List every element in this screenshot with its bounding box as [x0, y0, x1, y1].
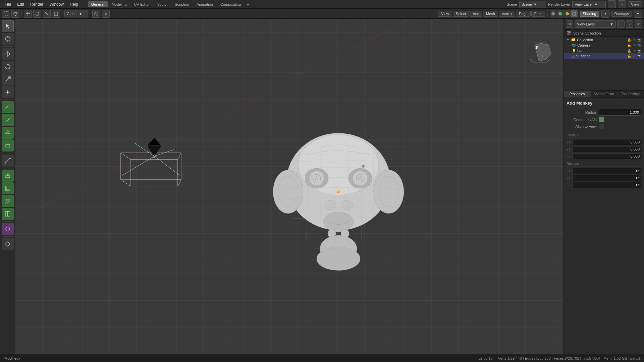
scale-tool[interactable]	[2, 73, 14, 85]
rendered-shade-btn[interactable]	[564, 10, 571, 17]
lamp-render-icon[interactable]: 📷	[637, 49, 641, 53]
face-menu-btn[interactable]: Face	[531, 11, 545, 17]
move-btn[interactable]	[24, 10, 32, 18]
rotate-tool[interactable]	[2, 61, 14, 73]
select-tool[interactable]	[2, 20, 14, 32]
view-btn[interactable]: View	[628, 1, 642, 7]
rotation-x-field[interactable]: 0°	[573, 168, 641, 174]
render-layer-add[interactable]: +	[608, 0, 616, 8]
camera-restrict-icon[interactable]: 🔒	[627, 44, 631, 47]
material-shade-btn[interactable]	[557, 10, 564, 17]
vl-add-btn[interactable]: +	[617, 20, 625, 28]
menu-edit[interactable]: Edit	[14, 1, 27, 8]
extrude-tool[interactable]	[2, 170, 14, 182]
location-y-field[interactable]: 0.000	[573, 146, 641, 152]
vertex-menu-btn[interactable]: Vertex	[499, 11, 515, 17]
render-layer-remove[interactable]: -	[618, 0, 626, 8]
snap-toggle[interactable]	[92, 10, 100, 18]
add-menu-btn[interactable]: Add	[470, 11, 482, 17]
measure-tool[interactable]	[2, 155, 14, 167]
menu-file[interactable]: File	[2, 1, 14, 8]
view-layer-dropdown[interactable]: View Layer ▼	[575, 20, 616, 28]
location-z-field[interactable]: 0.000	[573, 153, 641, 159]
edge-menu-btn[interactable]: Edge	[516, 11, 531, 17]
outliner-item-collection1[interactable]: ▼ 📁 Collection 1 🔒 👁 📷	[564, 37, 644, 43]
cursor-tool[interactable]	[2, 33, 14, 45]
annotate-line-tool[interactable]	[2, 114, 14, 126]
menu-window[interactable]: Window	[47, 1, 66, 8]
view-menu-btn[interactable]: View	[438, 11, 452, 17]
vl-view-btn[interactable]: 👁	[635, 20, 642, 28]
outliner-item-camera[interactable]: 📷 Camera 🔒 👁 📷	[564, 43, 644, 48]
scene-collection-icon: 🎬	[567, 31, 571, 35]
radius-field[interactable]: 1.000	[599, 109, 641, 116]
rotation-z-field[interactable]: 0°	[573, 182, 641, 188]
properties-tabs: Properties Shader Editor Tool Settings	[564, 90, 644, 98]
menu-render[interactable]: Render	[28, 1, 46, 8]
scene-selector[interactable]: Scene ▼	[519, 1, 546, 8]
location-x-row: • X 0.000	[567, 139, 641, 145]
proportional-edit[interactable]: ⊙	[102, 10, 110, 18]
svg-point-17	[551, 12, 555, 15]
mesh-menu-btn[interactable]: Mesh	[483, 11, 498, 17]
lamp-restrict-icon[interactable]: 🔒	[627, 49, 631, 53]
workspace-compositing[interactable]: Compositing	[217, 1, 244, 7]
scale-btn[interactable]	[43, 10, 51, 18]
rotate-btn[interactable]	[33, 10, 41, 18]
suzanne-restrict-icon[interactable]: 🔒	[627, 54, 631, 58]
camera-eye-icon[interactable]: 👁	[633, 44, 636, 47]
bevel-tool[interactable]	[2, 195, 14, 207]
outliner-item-suzanne[interactable]: △ Suzanne 🔒 👁 📷	[564, 53, 644, 59]
viewport[interactable]: R F	[15, 19, 564, 354]
menu-help[interactable]: Help	[67, 1, 81, 8]
overlays-options-btn[interactable]: ▼	[634, 10, 642, 18]
transform-btn[interactable]	[52, 10, 60, 18]
shading-tool[interactable]	[2, 238, 14, 250]
generate-uvs-checkbox[interactable]	[599, 117, 604, 122]
workspace-modeling[interactable]: Modeling	[108, 1, 130, 7]
add-workspace-button[interactable]: +	[245, 1, 251, 7]
select-menu-btn[interactable]: Select	[453, 11, 469, 17]
cursor-btn[interactable]	[11, 10, 19, 18]
shading-dropdown-btn[interactable]: Shading	[580, 11, 599, 17]
annotate-polygon-tool[interactable]	[2, 127, 14, 139]
annotate-eraser-tool[interactable]	[2, 139, 14, 152]
overlays-btn[interactable]: Overlays	[611, 11, 632, 17]
collection-restrict-icon[interactable]: 🔒	[627, 38, 631, 42]
outliner-item-lamp[interactable]: 💡 Lamp 🔒 👁 📷	[564, 48, 644, 53]
workspace-sculpt[interactable]: Sculpt	[154, 1, 171, 7]
tab-properties[interactable]: Properties	[564, 90, 591, 98]
collection-render-icon[interactable]: 📷	[637, 38, 641, 42]
vl-filter-btn[interactable]: ⚙	[566, 20, 573, 28]
select-box-btn[interactable]	[2, 10, 10, 18]
render-layer-selector[interactable]: View Layer ▼	[572, 1, 606, 8]
tab-tool-settings[interactable]: Tool Settings	[618, 90, 644, 98]
workspace-scripting[interactable]: Scripting	[171, 1, 193, 7]
annotate-tool[interactable]	[2, 101, 14, 113]
suzanne-render-icon[interactable]: 📷	[637, 54, 641, 58]
workspace-uv-editor[interactable]: UV Editor	[131, 1, 153, 7]
move-tool[interactable]	[2, 48, 14, 60]
camera-render-icon[interactable]: 📷	[637, 44, 641, 47]
loop-cut-tool[interactable]	[2, 208, 14, 220]
tab-shader-editor[interactable]: Shader Editor	[591, 90, 618, 98]
navigation-gizmo[interactable]: R F	[523, 36, 557, 69]
location-x-field[interactable]: 0.000	[573, 139, 641, 145]
vl-remove-btn[interactable]: -	[626, 20, 633, 28]
inset-tool[interactable]	[2, 182, 14, 194]
workspace-animation[interactable]: Animation	[193, 1, 216, 7]
rotation-y-field[interactable]: 0°	[573, 175, 641, 181]
workspace-general[interactable]: General	[88, 1, 108, 7]
smooth-tool[interactable]	[2, 223, 14, 235]
shading-options-btn[interactable]: ▼	[601, 10, 609, 18]
collection-eye-icon[interactable]: 👁	[633, 38, 636, 42]
svg-marker-8	[27, 12, 29, 13]
lamp-eye-icon[interactable]: 👁	[633, 49, 636, 53]
suzanne-eye-icon[interactable]: 👁	[633, 54, 636, 58]
solid-shade-btn[interactable]	[550, 10, 556, 17]
align-to-view-checkbox[interactable]	[599, 124, 604, 129]
transform-tool[interactable]	[2, 86, 14, 98]
transform-pivot-selector[interactable]: Global ▼	[64, 10, 88, 17]
svg-marker-39	[7, 90, 8, 91]
wireframe-shade-btn[interactable]	[571, 10, 578, 17]
